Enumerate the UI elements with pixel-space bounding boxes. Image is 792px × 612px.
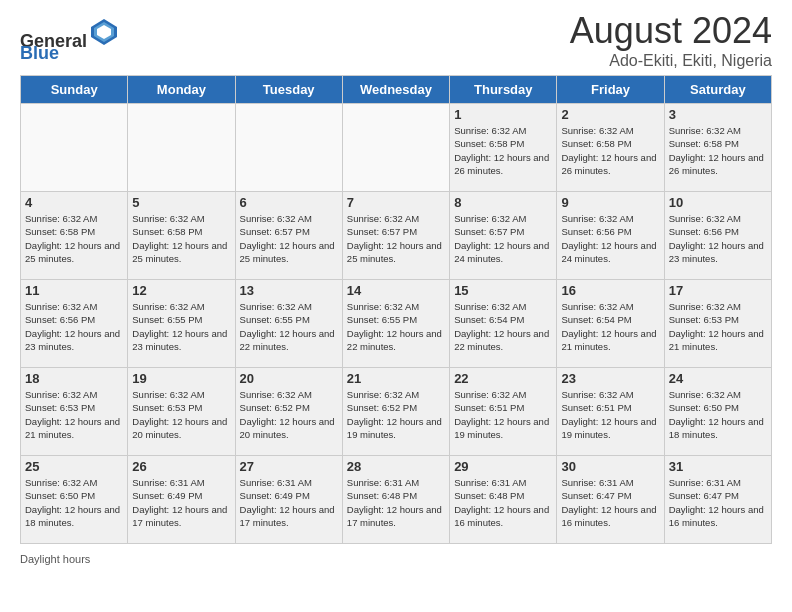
day-info: Sunrise: 6:32 AM Sunset: 6:50 PM Dayligh… <box>25 476 123 529</box>
day-number: 20 <box>240 371 338 386</box>
day-number: 23 <box>561 371 659 386</box>
day-info: Sunrise: 6:32 AM Sunset: 6:57 PM Dayligh… <box>454 212 552 265</box>
calendar-cell: 5Sunrise: 6:32 AM Sunset: 6:58 PM Daylig… <box>128 192 235 280</box>
calendar-cell: 30Sunrise: 6:31 AM Sunset: 6:47 PM Dayli… <box>557 456 664 544</box>
day-number: 18 <box>25 371 123 386</box>
calendar-cell <box>342 104 449 192</box>
day-info: Sunrise: 6:32 AM Sunset: 6:58 PM Dayligh… <box>669 124 767 177</box>
calendar-wrapper: SundayMondayTuesdayWednesdayThursdayFrid… <box>0 75 792 549</box>
day-info: Sunrise: 6:31 AM Sunset: 6:47 PM Dayligh… <box>561 476 659 529</box>
calendar-week-row: 4Sunrise: 6:32 AM Sunset: 6:58 PM Daylig… <box>21 192 772 280</box>
day-number: 6 <box>240 195 338 210</box>
calendar-cell: 27Sunrise: 6:31 AM Sunset: 6:49 PM Dayli… <box>235 456 342 544</box>
calendar-cell: 29Sunrise: 6:31 AM Sunset: 6:48 PM Dayli… <box>450 456 557 544</box>
calendar-cell: 17Sunrise: 6:32 AM Sunset: 6:53 PM Dayli… <box>664 280 771 368</box>
day-info: Sunrise: 6:32 AM Sunset: 6:55 PM Dayligh… <box>132 300 230 353</box>
day-info: Sunrise: 6:32 AM Sunset: 6:52 PM Dayligh… <box>240 388 338 441</box>
day-number: 5 <box>132 195 230 210</box>
day-info: Sunrise: 6:32 AM Sunset: 6:55 PM Dayligh… <box>347 300 445 353</box>
day-number: 30 <box>561 459 659 474</box>
day-info: Sunrise: 6:31 AM Sunset: 6:48 PM Dayligh… <box>347 476 445 529</box>
calendar-cell: 9Sunrise: 6:32 AM Sunset: 6:56 PM Daylig… <box>557 192 664 280</box>
logo-blue-text: Blue <box>20 43 59 63</box>
calendar-dow-monday: Monday <box>128 76 235 104</box>
day-number: 3 <box>669 107 767 122</box>
day-number: 21 <box>347 371 445 386</box>
calendar-cell: 28Sunrise: 6:31 AM Sunset: 6:48 PM Dayli… <box>342 456 449 544</box>
calendar-header-row: SundayMondayTuesdayWednesdayThursdayFrid… <box>21 76 772 104</box>
calendar-cell: 18Sunrise: 6:32 AM Sunset: 6:53 PM Dayli… <box>21 368 128 456</box>
calendar-dow-sunday: Sunday <box>21 76 128 104</box>
calendar-cell <box>235 104 342 192</box>
day-info: Sunrise: 6:32 AM Sunset: 6:53 PM Dayligh… <box>669 300 767 353</box>
day-number: 26 <box>132 459 230 474</box>
day-number: 25 <box>25 459 123 474</box>
day-info: Sunrise: 6:32 AM Sunset: 6:58 PM Dayligh… <box>132 212 230 265</box>
calendar-cell: 24Sunrise: 6:32 AM Sunset: 6:50 PM Dayli… <box>664 368 771 456</box>
main-title: August 2024 <box>570 10 772 52</box>
day-number: 10 <box>669 195 767 210</box>
calendar-cell: 8Sunrise: 6:32 AM Sunset: 6:57 PM Daylig… <box>450 192 557 280</box>
calendar-cell: 3Sunrise: 6:32 AM Sunset: 6:58 PM Daylig… <box>664 104 771 192</box>
calendar-cell: 25Sunrise: 6:32 AM Sunset: 6:50 PM Dayli… <box>21 456 128 544</box>
day-info: Sunrise: 6:32 AM Sunset: 6:50 PM Dayligh… <box>669 388 767 441</box>
calendar-week-row: 25Sunrise: 6:32 AM Sunset: 6:50 PM Dayli… <box>21 456 772 544</box>
day-number: 11 <box>25 283 123 298</box>
day-number: 13 <box>240 283 338 298</box>
calendar-dow-thursday: Thursday <box>450 76 557 104</box>
calendar-dow-wednesday: Wednesday <box>342 76 449 104</box>
calendar-table: SundayMondayTuesdayWednesdayThursdayFrid… <box>20 75 772 544</box>
day-number: 22 <box>454 371 552 386</box>
day-info: Sunrise: 6:32 AM Sunset: 6:51 PM Dayligh… <box>561 388 659 441</box>
calendar-cell: 6Sunrise: 6:32 AM Sunset: 6:57 PM Daylig… <box>235 192 342 280</box>
day-number: 4 <box>25 195 123 210</box>
calendar-cell: 22Sunrise: 6:32 AM Sunset: 6:51 PM Dayli… <box>450 368 557 456</box>
day-number: 16 <box>561 283 659 298</box>
day-info: Sunrise: 6:32 AM Sunset: 6:57 PM Dayligh… <box>240 212 338 265</box>
calendar-cell: 31Sunrise: 6:31 AM Sunset: 6:47 PM Dayli… <box>664 456 771 544</box>
day-number: 24 <box>669 371 767 386</box>
calendar-cell: 20Sunrise: 6:32 AM Sunset: 6:52 PM Dayli… <box>235 368 342 456</box>
calendar-cell: 4Sunrise: 6:32 AM Sunset: 6:58 PM Daylig… <box>21 192 128 280</box>
day-info: Sunrise: 6:32 AM Sunset: 6:58 PM Dayligh… <box>25 212 123 265</box>
day-number: 31 <box>669 459 767 474</box>
day-info: Sunrise: 6:32 AM Sunset: 6:54 PM Dayligh… <box>561 300 659 353</box>
day-info: Sunrise: 6:32 AM Sunset: 6:56 PM Dayligh… <box>669 212 767 265</box>
day-number: 7 <box>347 195 445 210</box>
calendar-cell: 16Sunrise: 6:32 AM Sunset: 6:54 PM Dayli… <box>557 280 664 368</box>
title-block: August 2024 Ado-Ekiti, Ekiti, Nigeria <box>570 10 772 70</box>
day-info: Sunrise: 6:32 AM Sunset: 6:52 PM Dayligh… <box>347 388 445 441</box>
day-info: Sunrise: 6:32 AM Sunset: 6:58 PM Dayligh… <box>454 124 552 177</box>
page-header: General Blue August 2024 Ado-Ekiti, Ekit… <box>0 0 792 75</box>
day-info: Sunrise: 6:32 AM Sunset: 6:56 PM Dayligh… <box>561 212 659 265</box>
calendar-cell: 21Sunrise: 6:32 AM Sunset: 6:52 PM Dayli… <box>342 368 449 456</box>
calendar-cell: 23Sunrise: 6:32 AM Sunset: 6:51 PM Dayli… <box>557 368 664 456</box>
day-info: Sunrise: 6:31 AM Sunset: 6:48 PM Dayligh… <box>454 476 552 529</box>
calendar-cell: 12Sunrise: 6:32 AM Sunset: 6:55 PM Dayli… <box>128 280 235 368</box>
day-info: Sunrise: 6:32 AM Sunset: 6:51 PM Dayligh… <box>454 388 552 441</box>
calendar-cell: 7Sunrise: 6:32 AM Sunset: 6:57 PM Daylig… <box>342 192 449 280</box>
calendar-cell <box>21 104 128 192</box>
footer: Daylight hours <box>0 549 792 569</box>
day-info: Sunrise: 6:32 AM Sunset: 6:56 PM Dayligh… <box>25 300 123 353</box>
day-number: 15 <box>454 283 552 298</box>
calendar-cell: 26Sunrise: 6:31 AM Sunset: 6:49 PM Dayli… <box>128 456 235 544</box>
day-number: 19 <box>132 371 230 386</box>
calendar-cell: 10Sunrise: 6:32 AM Sunset: 6:56 PM Dayli… <box>664 192 771 280</box>
calendar-week-row: 1Sunrise: 6:32 AM Sunset: 6:58 PM Daylig… <box>21 104 772 192</box>
calendar-cell: 2Sunrise: 6:32 AM Sunset: 6:58 PM Daylig… <box>557 104 664 192</box>
calendar-cell: 14Sunrise: 6:32 AM Sunset: 6:55 PM Dayli… <box>342 280 449 368</box>
daylight-hours-label: Daylight hours <box>20 553 90 565</box>
day-info: Sunrise: 6:32 AM Sunset: 6:53 PM Dayligh… <box>25 388 123 441</box>
day-number: 17 <box>669 283 767 298</box>
day-info: Sunrise: 6:31 AM Sunset: 6:49 PM Dayligh… <box>240 476 338 529</box>
day-number: 2 <box>561 107 659 122</box>
day-number: 14 <box>347 283 445 298</box>
day-info: Sunrise: 6:32 AM Sunset: 6:57 PM Dayligh… <box>347 212 445 265</box>
day-number: 9 <box>561 195 659 210</box>
day-number: 28 <box>347 459 445 474</box>
logo-icon <box>89 17 119 47</box>
day-number: 1 <box>454 107 552 122</box>
day-info: Sunrise: 6:32 AM Sunset: 6:54 PM Dayligh… <box>454 300 552 353</box>
day-info: Sunrise: 6:31 AM Sunset: 6:47 PM Dayligh… <box>669 476 767 529</box>
